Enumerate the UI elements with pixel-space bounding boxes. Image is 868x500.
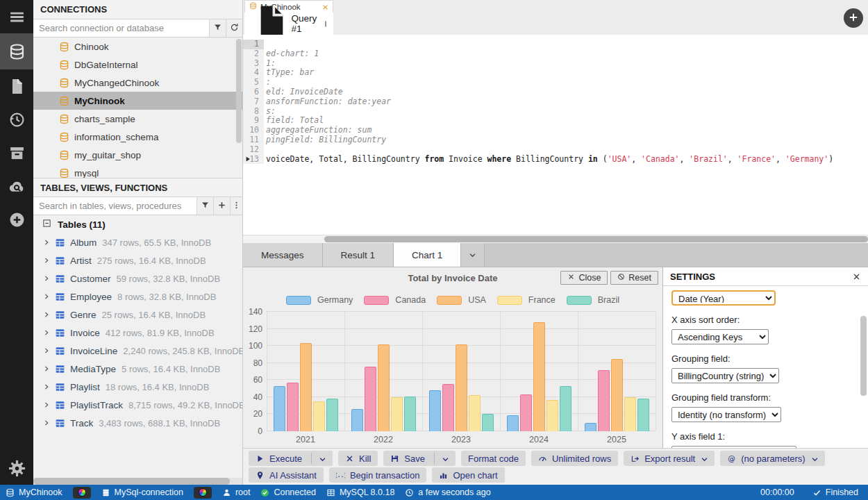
- parameters-button[interactable]: @(no parameters): [720, 451, 824, 466]
- bar-usa-2021[interactable]: [300, 343, 312, 431]
- begin-transaction-button[interactable]: {..}Begin transaction: [329, 467, 426, 483]
- bar-canada-2023[interactable]: [442, 384, 454, 431]
- ai-assistant-button[interactable]: AI Assistant: [249, 467, 324, 483]
- result-tab-chart-1[interactable]: Chart 1: [394, 243, 461, 267]
- result-tab-messages[interactable]: Messages: [243, 243, 323, 267]
- y-axis-field-1-select[interactable]: Total (number): [671, 446, 796, 448]
- left-panel-hscrollbar[interactable]: [33, 478, 242, 485]
- expand-chevron-icon[interactable]: [42, 328, 51, 337]
- bar-brazil-2022[interactable]: [404, 397, 416, 431]
- activity-settings[interactable]: [0, 451, 33, 485]
- activity-add-connection[interactable]: [0, 203, 33, 236]
- expand-chevron-icon[interactable]: [42, 383, 51, 391]
- bar-canada-2024[interactable]: [520, 394, 532, 431]
- bar-france-2022[interactable]: [391, 397, 403, 431]
- connection-item-my_guitar_shop[interactable]: my_guitar_shop: [33, 146, 242, 164]
- settings-scrollbar[interactable]: [860, 316, 867, 396]
- bar-brazil-2025[interactable]: [637, 399, 649, 431]
- bar-usa-2025[interactable]: [611, 359, 623, 431]
- activity-history[interactable]: [0, 103, 33, 136]
- expand-chevron-icon[interactable]: [42, 365, 51, 373]
- connections-search-input[interactable]: [33, 19, 209, 37]
- bar-france-2023[interactable]: [469, 395, 481, 431]
- sql-editor[interactable]: 12ed-chart: 131:4tType: bar5:6eld: Invoi…: [243, 35, 868, 235]
- expand-chevron-icon[interactable]: [42, 274, 51, 283]
- grouping-field-transform-select[interactable]: Identity (no transform): [671, 407, 781, 422]
- connection-item-chinook[interactable]: Chinook: [33, 38, 242, 56]
- bar-france-2025[interactable]: [624, 397, 636, 431]
- new-tab-button[interactable]: [844, 8, 863, 28]
- expand-chevron-icon[interactable]: [42, 401, 51, 409]
- table-item-playlist[interactable]: Playlist18 rows, 16.4 KB, InnoDB: [33, 378, 242, 396]
- execute-button[interactable]: Execute: [249, 451, 333, 466]
- table-item-track[interactable]: Track3,483 rows, 688.1 KB, InnoDB: [33, 414, 242, 432]
- statusbar-last-executed[interactable]: a few seconds ago: [405, 488, 490, 497]
- bar-canada-2025[interactable]: [598, 370, 610, 431]
- open-chart-button[interactable]: Open chart: [432, 467, 504, 483]
- connections-scrollbar[interactable]: [236, 39, 242, 143]
- activity-connections[interactable]: [0, 33, 33, 69]
- chevron-down-icon[interactable]: [318, 455, 326, 462]
- tables-group[interactable]: Tables (11): [33, 215, 242, 233]
- chart-reset-button[interactable]: Reset: [610, 271, 658, 285]
- tab-query-1[interactable]: Query #1: [244, 12, 333, 35]
- activity-archive[interactable]: [0, 136, 33, 169]
- bar-canada-2022[interactable]: [365, 367, 376, 431]
- activity-menu[interactable]: [0, 0, 33, 33]
- kill-button[interactable]: Kill: [338, 451, 378, 466]
- legend-item-france[interactable]: France: [497, 295, 556, 305]
- bar-france-2024[interactable]: [546, 400, 558, 431]
- tables-menu-button[interactable]: [230, 197, 242, 215]
- bar-germany-2023[interactable]: [429, 390, 441, 431]
- activity-files[interactable]: [0, 69, 33, 103]
- bar-germany-2024[interactable]: [507, 415, 519, 431]
- bar-usa-2024[interactable]: [533, 322, 545, 431]
- connection-item-mysql[interactable]: mysql: [33, 164, 242, 178]
- chart-close-button[interactable]: Close: [560, 271, 608, 285]
- connection-item-mychangedchinook[interactable]: MyChangedChinook: [33, 74, 242, 92]
- statusbar-server-version[interactable]: MySQL 8.0.18: [326, 488, 394, 497]
- statusbar-database-color-badge[interactable]: [73, 487, 91, 499]
- expand-chevron-icon[interactable]: [42, 419, 51, 427]
- statusbar-connection-color-badge[interactable]: [194, 487, 212, 499]
- save-button[interactable]: Save: [383, 451, 456, 466]
- connection-item-mychinook[interactable]: MyChinook: [33, 92, 242, 110]
- table-item-customer[interactable]: Customer59 rows, 32.8 KB, InnoDB: [33, 269, 242, 288]
- expand-chevron-icon[interactable]: [42, 292, 51, 301]
- statusbar-connection-status[interactable]: Connected: [260, 488, 315, 497]
- statusbar-connection[interactable]: MySql-connection: [101, 488, 183, 497]
- activity-cloud-search[interactable]: [0, 169, 33, 203]
- connection-item-charts_sample[interactable]: charts_sample: [33, 110, 242, 128]
- table-item-employee[interactable]: Employee8 rows, 32.8 KB, InnoDB: [33, 288, 242, 306]
- tables-search-input[interactable]: [33, 197, 197, 215]
- settings-close-icon[interactable]: [852, 272, 861, 281]
- connection-item-dbgateinternal[interactable]: DbGateInternal: [33, 56, 242, 74]
- editor-hscrollbar[interactable]: [243, 235, 868, 243]
- close-tab-group-icon[interactable]: [322, 3, 328, 10]
- expand-chevron-icon[interactable]: [42, 347, 51, 355]
- tables-filter-button[interactable]: [197, 197, 213, 215]
- tables-add-button[interactable]: [213, 197, 230, 215]
- bar-usa-2023[interactable]: [456, 344, 467, 431]
- grouping-field-select[interactable]: BillingCountry (string): [671, 368, 779, 383]
- bar-usa-2022[interactable]: [378, 344, 390, 431]
- x-axis-sort-order-select[interactable]: Ascending Keys: [671, 329, 769, 344]
- chevron-down-icon[interactable]: [441, 455, 449, 462]
- table-item-invoiceline[interactable]: InvoiceLine2,240 rows, 245.8 KB, InnoDB: [33, 342, 242, 360]
- format-code-button[interactable]: Format code: [461, 451, 526, 466]
- bar-germany-2022[interactable]: [351, 409, 363, 431]
- bar-brazil-2023[interactable]: [482, 414, 494, 431]
- expand-chevron-icon[interactable]: [42, 310, 51, 319]
- bar-canada-2021[interactable]: [287, 383, 299, 431]
- bar-brazil-2024[interactable]: [560, 386, 571, 431]
- legend-item-brazil[interactable]: Brazil: [567, 295, 619, 305]
- bar-germany-2025[interactable]: [585, 423, 596, 431]
- table-item-mediatype[interactable]: MediaType5 rows, 16.4 KB, InnoDB: [33, 360, 242, 378]
- expand-chevron-icon[interactable]: [42, 238, 51, 247]
- connections-refresh-button[interactable]: [226, 19, 242, 37]
- legend-item-germany[interactable]: Germany: [286, 295, 353, 305]
- legend-item-canada[interactable]: Canada: [364, 295, 426, 305]
- table-item-album[interactable]: Album347 rows, 65.5 KB, InnoDB: [33, 233, 242, 251]
- table-item-artist[interactable]: Artist275 rows, 16.4 KB, InnoDB: [33, 251, 242, 269]
- expand-chevron-icon[interactable]: [42, 256, 51, 265]
